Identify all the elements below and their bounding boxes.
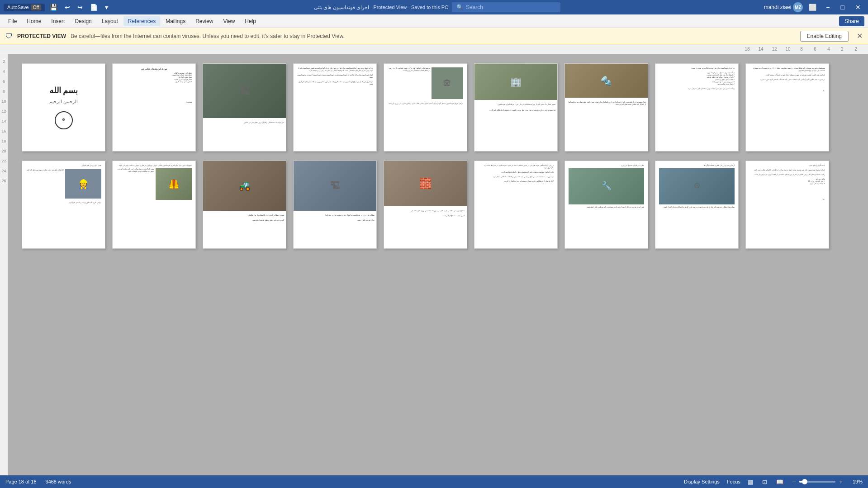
page-thumbnail-11[interactable]: تجهیزات مورد نیاز برای اجرای فونداسیون ش…	[112, 161, 196, 249]
print-layout-button[interactable]: ▦	[746, 478, 755, 486]
main-area: 2 4 6 8 10 12 14 16 18 20 22 24 26 بسم ا…	[0, 54, 868, 475]
ruler-numbers: 18 14 12 10 8 6 4 2 2	[740, 47, 863, 52]
page-thumbnail-18[interactable]: نتیجه گیری و جمع بندی: اجرای صحیح فونداس…	[745, 161, 829, 249]
page-thumbnail-3[interactable]: 🏗 متن توضیحات ساختمان و اجرای پروژه های …	[203, 63, 286, 152]
search-input[interactable]	[466, 4, 547, 10]
menu-file[interactable]: File	[4, 16, 21, 26]
save-button[interactable]: 💾	[47, 3, 60, 12]
autosave-area[interactable]: AutoSave Off	[4, 4, 45, 11]
page-thumbnail-10[interactable]: فصل دوم: روش های اجرایی 👷 کارگران ماهر ب…	[22, 161, 105, 249]
new-button[interactable]: 📄	[88, 3, 100, 12]
page-thumbnail-1[interactable]: بسم الله الرحمن الرحیم ⚙	[22, 63, 105, 152]
word-count: 3468 words	[46, 479, 71, 484]
protected-banner: 🛡 PROTECTED VIEW Be careful—files from t…	[0, 28, 868, 44]
page-thumbnail-12[interactable]: 🚜 تصویر - عملیات گودبرداری با استفاده از…	[203, 161, 286, 249]
user-name: mahdi ziaei	[764, 4, 792, 10]
page-thumbnail-6[interactable]: 🏢 تصویر شماره ۳ - نمای کلی از پروژه ساخت…	[474, 63, 558, 152]
menu-insert[interactable]: Insert	[47, 16, 69, 26]
shield-icon: 🛡	[5, 32, 13, 40]
page-thumbnail-15[interactable]: بررسی آزمایشگاهی نمونه های بتن در سنین م…	[474, 161, 558, 249]
page-thumbnail-9[interactable]: مشخصات فنی بتن مصرفی باید شامل موارد زیر…	[745, 63, 829, 152]
zoom-in-button[interactable]: +	[837, 478, 844, 486]
title-bar-right: mahdi ziaei MZ ⬜ − □ ✕	[764, 2, 864, 12]
page-thumbnail-13[interactable]: 🏗 عملیات بتن ریزی در فونداسیون و کنترل د…	[293, 161, 377, 249]
protected-view-text: Be careful—files from the Internet can c…	[71, 33, 796, 39]
menu-layout[interactable]: Layout	[97, 16, 123, 26]
user-avatar: MZ	[793, 2, 803, 12]
title-bar-center: اجرای فونداسیون های بتنی - Protected Vie…	[314, 2, 560, 12]
page-thumbnail-17[interactable]: آرماتوربندی و بررسی قطر و فاصله میلگردها…	[655, 161, 739, 249]
page-thumbnail-14[interactable]: 🧱 مصالح بتنی پیش ساخته و بلوک های بتنی م…	[384, 161, 467, 249]
share-button[interactable]: Share	[839, 16, 864, 26]
title-bar-left: AutoSave Off 💾 ↩ ↪ 📄 ▾	[4, 3, 110, 12]
status-bar: Page 18 of 18 3468 words Display Setting…	[0, 475, 868, 488]
doc-title: اجرای فونداسیون های بتنی - Protected Vie…	[314, 5, 448, 10]
menu-review[interactable]: Review	[191, 16, 218, 26]
menu-bar: File Home Insert Design Layout Reference…	[0, 14, 868, 28]
menu-design[interactable]: Design	[70, 16, 96, 26]
left-ruler: 2 4 6 8 10 12 14 16 18 20 22 24 26	[0, 54, 8, 475]
minimize-button[interactable]: −	[822, 3, 833, 12]
ribbon-display-button[interactable]: ⬜	[806, 3, 819, 12]
web-layout-button[interactable]: ⊡	[760, 478, 769, 486]
page-thumbnail-7[interactable]: 🔩 فولاد مصرفی در آرماتوربندی باید از نوع…	[564, 63, 648, 152]
protected-view-label: PROTECTED VIEW	[17, 33, 66, 39]
enable-editing-button[interactable]: Enable Editing	[800, 31, 849, 42]
status-bar-right: Display Settings Focus ▦ ⊡ 📖 − + 19%	[684, 478, 863, 486]
page-thumbnail-4[interactable]: در این فصل به بررسی انواع فونداسیون های …	[293, 63, 377, 152]
page-row-2: فصل دوم: روش های اجرایی 👷 کارگران ماهر ب…	[22, 161, 854, 249]
search-box[interactable]: 🔍	[452, 2, 560, 12]
display-settings[interactable]: Display Settings	[684, 479, 720, 484]
read-mode-button[interactable]: 📖	[774, 478, 785, 486]
page-thumbnail-16[interactable]: نظارت بر اجرای صحیح بتن ریزی 🔧 عمل آوری …	[564, 161, 648, 249]
user-area[interactable]: mahdi ziaei MZ	[764, 2, 803, 12]
menu-mailings[interactable]: Mailings	[161, 16, 190, 26]
zoom-bar[interactable]	[799, 481, 835, 483]
zoom-out-button[interactable]: −	[791, 478, 798, 486]
menu-view[interactable]: View	[219, 16, 240, 26]
menu-home[interactable]: Home	[22, 16, 46, 26]
close-button[interactable]: ✕	[852, 3, 864, 12]
customize-button[interactable]: ▾	[103, 3, 110, 12]
top-ruler: 18 14 12 10 8 6 4 2 2	[0, 44, 868, 54]
search-icon: 🔍	[456, 4, 463, 10]
page-row-1: بسم الله الرحمن الرحیم ⚙ نورات قراردادها…	[22, 63, 854, 152]
page-thumbnail-8[interactable]: در اجرای فونداسیون های بتنی توجه به نکات…	[655, 63, 739, 152]
page-thumbnail-2[interactable]: نورات قراردادهای خاکی بتن فصل اول: مقدمه…	[112, 63, 196, 152]
page-thumbnail-5[interactable]: 🏚 بررسی نتایج آزمایش های خاک و تعیین ظرف…	[384, 63, 467, 152]
menu-references[interactable]: References	[123, 16, 160, 26]
autosave-toggle[interactable]: Off	[31, 5, 41, 10]
page-info: Page 18 of 18	[5, 479, 37, 484]
zoom-slider[interactable]: − +	[791, 478, 844, 486]
zoom-percent[interactable]: 19%	[850, 479, 863, 484]
maximize-button[interactable]: □	[837, 3, 848, 12]
menu-help[interactable]: Help	[240, 16, 261, 26]
banner-close-button[interactable]: ✕	[857, 32, 863, 40]
document-canvas: بسم الله الرحمن الرحیم ⚙ نورات قراردادها…	[8, 54, 868, 475]
redo-button[interactable]: ↪	[75, 3, 85, 12]
focus-mode[interactable]: Focus	[727, 479, 740, 484]
undo-button[interactable]: ↩	[62, 3, 72, 12]
autosave-label: AutoSave	[7, 5, 29, 10]
title-bar: AutoSave Off 💾 ↩ ↪ 📄 ▾ اجرای فونداسیون ه…	[0, 0, 868, 14]
